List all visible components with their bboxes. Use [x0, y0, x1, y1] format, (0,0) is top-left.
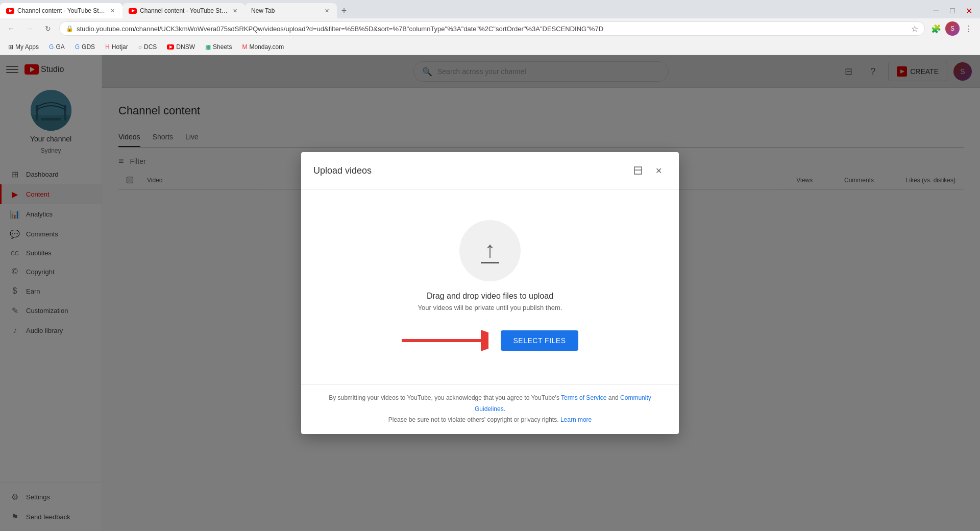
new-tab-button[interactable]: + — [337, 4, 351, 18]
upload-main-text: Drag and drop video files to upload — [418, 292, 562, 301]
ssl-icon: 🔒 — [66, 25, 74, 32]
bookmark-gds-label: GDS — [82, 43, 95, 51]
bookmark-sheets-label: Sheets — [213, 43, 232, 51]
bookmark-ga[interactable]: G GA — [45, 41, 69, 53]
profile-icon[interactable]: S — [945, 21, 960, 36]
bookmark-ga-label: GA — [56, 43, 64, 51]
footer-line1: By submitting your videos to YouTube, yo… — [313, 393, 667, 415]
tab1-title: Channel content - YouTube Stu... — [17, 7, 105, 14]
bookmark-hotjar-icon: H — [105, 43, 110, 51]
bookmark-my-apps-label: My Apps — [15, 43, 39, 51]
footer-line2: Please be sure not to violate others' co… — [313, 415, 667, 426]
tab1-close-icon[interactable]: ✕ — [108, 7, 116, 15]
upload-arrow-icon: ↑ — [481, 238, 499, 263]
tab2-favicon — [129, 8, 137, 14]
bookmark-dcs-icon: ○ — [138, 43, 142, 51]
red-arrow-container — [402, 328, 488, 353]
upload-action-row: SELECT FILES — [402, 328, 578, 353]
browser-chrome: Channel content - YouTube Stu... ✕ Chann… — [0, 0, 980, 55]
bookmark-monday-label: Monday.com — [249, 43, 284, 51]
upload-texts: Drag and drop video files to upload Your… — [418, 292, 562, 311]
tab1-favicon — [6, 8, 14, 14]
bookmark-my-apps-icon: ⊞ — [8, 43, 13, 51]
modal-title: Upload videos — [313, 165, 630, 176]
modal-body: ↑ Drag and drop video files to upload Yo… — [301, 189, 679, 384]
bookmark-gds[interactable]: G GDS — [71, 41, 99, 53]
bookmark-dcs-label: DCS — [144, 43, 157, 51]
reload-button[interactable]: ↻ — [41, 21, 55, 36]
modal-overlay[interactable]: Upload videos ✕ ↑ — [0, 55, 980, 531]
bookmark-sheets[interactable]: ▦ Sheets — [201, 41, 236, 53]
tab-1[interactable]: Channel content - YouTube Stu... ✕ — [0, 3, 122, 18]
upload-up-arrow: ↑ — [484, 238, 496, 261]
upload-videos-modal: Upload videos ✕ ↑ — [301, 152, 679, 434]
tab-3[interactable]: New Tab ✕ — [245, 3, 337, 18]
bookmark-dnsw-label: DNSW — [176, 43, 195, 51]
browser-action-buttons: 🧩 S ⋮ — [929, 21, 976, 36]
tab3-title: New Tab — [251, 7, 320, 14]
tab-bar: Channel content - YouTube Stu... ✕ Chann… — [0, 0, 980, 18]
tab2-title: Channel content - YouTube Stu... — [140, 7, 228, 14]
bookmark-star-icon[interactable]: ☆ — [911, 24, 918, 34]
bookmark-sheets-icon: ▦ — [205, 43, 211, 51]
bookmark-hotjar[interactable]: H Hotjar — [101, 41, 132, 53]
modal-header: Upload videos ✕ — [301, 152, 679, 189]
select-files-button[interactable]: SELECT FILES — [501, 330, 578, 351]
modal-footer: By submitting your videos to YouTube, yo… — [301, 384, 679, 434]
footer-prefix: By submitting your videos to YouTube, yo… — [329, 394, 559, 401]
modal-resize-icon[interactable] — [630, 162, 646, 179]
bookmark-hotjar-label: Hotjar — [112, 43, 128, 51]
bookmark-ga-icon: G — [49, 43, 54, 51]
modal-header-actions: ✕ — [630, 162, 667, 179]
tab-2[interactable]: Channel content - YouTube Stu... ✕ — [122, 3, 245, 18]
main-area: Studio Your channel — [0, 55, 980, 531]
minimize-button[interactable]: ─ — [929, 4, 943, 18]
footer-and-text: and — [608, 394, 619, 401]
upload-sub-text: Your videos will be private until you pu… — [418, 304, 562, 311]
menu-icon[interactable]: ⋮ — [962, 21, 976, 36]
bookmark-monday[interactable]: M Monday.com — [238, 41, 288, 53]
upload-arrow-line — [481, 262, 499, 263]
bookmark-my-apps[interactable]: ⊞ My Apps — [4, 41, 43, 53]
maximize-button[interactable]: □ — [945, 4, 960, 18]
close-window-button[interactable]: ✕ — [962, 4, 976, 18]
footer-period: . — [504, 405, 505, 413]
bookmark-monday-icon: M — [242, 43, 247, 51]
bookmark-dnsw[interactable]: DNSW — [163, 41, 199, 53]
svg-rect-5 — [634, 167, 642, 174]
red-arrow-svg — [402, 328, 488, 353]
terms-of-service-link[interactable]: Terms of Service — [561, 394, 606, 401]
bookmark-gds-icon: G — [75, 43, 80, 51]
address-bar[interactable]: 🔒 studio.youtube.com/channel/UCK3kmWoWve… — [59, 21, 925, 36]
tab3-close-icon[interactable]: ✕ — [323, 7, 331, 15]
back-button[interactable]: ← — [4, 21, 18, 36]
bookmarks-bar: ⊞ My Apps G GA G GDS H Hotjar ○ DCS DNSW… — [0, 39, 980, 55]
forward-button[interactable]: → — [22, 21, 37, 36]
modal-close-button[interactable]: ✕ — [650, 162, 667, 179]
tab2-close-icon[interactable]: ✕ — [231, 7, 239, 15]
extensions-icon[interactable]: 🧩 — [929, 21, 943, 36]
resize-icon-svg — [633, 166, 643, 175]
bookmark-dnsw-favicon — [167, 44, 174, 50]
address-bar-row: ← → ↻ 🔒 studio.youtube.com/channel/UCK3k… — [0, 18, 980, 39]
learn-more-link[interactable]: Learn more — [560, 416, 592, 423]
footer-line2-text: Please be sure not to violate others' co… — [388, 416, 559, 423]
bookmark-dcs[interactable]: ○ DCS — [134, 41, 161, 53]
address-text: studio.youtube.com/channel/UCK3kmWoWvera… — [77, 25, 908, 33]
upload-icon-circle: ↑ — [459, 220, 521, 281]
